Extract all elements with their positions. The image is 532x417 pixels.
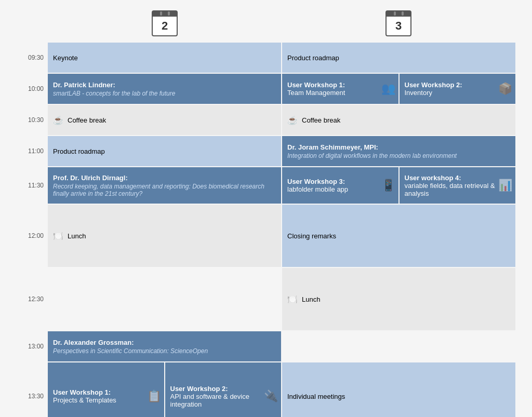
time-1300: 13:00 [17, 331, 48, 361]
lunch2-icon: 🍽️ [287, 294, 298, 304]
day2-calendar-icon: 3 [385, 10, 411, 36]
keynote-cell: Keynote [48, 43, 281, 73]
day1-number: 2 [162, 17, 168, 35]
row-1300: 13:00 Dr. Alexander Grossman: Perspectiv… [17, 331, 515, 361]
calendar-top-1 [153, 11, 177, 17]
coffee1-cell: ☕ Coffee break [48, 105, 281, 135]
workshop3-mobile-cell: User Workshop 3: labfolder mobile app 📱 [282, 167, 398, 204]
row-0930: 09:30 Keynote Product roadmap [17, 43, 515, 73]
workshop2-api-cell: User Workshop 2: API and software & devi… [165, 362, 282, 417]
day1-col-1100: Product roadmap [48, 136, 281, 166]
cells-1100: Product roadmap Dr. Joram Schimmeyer, MP… [48, 136, 515, 166]
inventory-icon: 📦 [498, 82, 512, 96]
cells-1300: Dr. Alexander Grossman: Perspectives in … [48, 331, 515, 361]
workshop2-inventory-cell: User Workshop 2: Inventory 📦 [400, 74, 516, 104]
row-1230: 12:30 🍽️ Lunch [17, 268, 515, 330]
time-1130: 11:30 [17, 167, 48, 204]
lunch2-cell: 🍽️ Lunch [282, 268, 515, 330]
time-1000: 10:00 [17, 74, 48, 104]
workshop2-inventory-subtitle: Inventory [405, 89, 511, 97]
individual-meetings-text: Individual meetings [287, 393, 345, 400]
day1-col-1200: 🍽️ Lunch [48, 205, 281, 267]
cells-1000: Dr. Patrick Lindner: smartLAB - concepts… [48, 74, 515, 104]
lunch1-cell: 🍽️ Lunch [48, 205, 281, 267]
schedule-rows: 09:30 Keynote Product roadmap [17, 43, 515, 417]
alexander-subtitle: Perspectives in Scientific Communication… [53, 347, 276, 355]
workshop2-api-subtitle: API and software & device integration [170, 393, 276, 408]
header-row: 2 3 [17, 10, 515, 41]
lunch2-row: 🍽️ Lunch [287, 294, 320, 304]
workshop3-mobile-subtitle: labfolder mobile app [287, 185, 393, 193]
day2-col-1330: Individual meetings [282, 362, 515, 417]
day1-col-1030: ☕ Coffee break [48, 105, 281, 135]
day2-col-1300 [282, 331, 515, 361]
workshop1-team-content: User Workshop 1: Team Management [287, 81, 393, 97]
ulrich-cell: Prof. Dr. Ulrich Dirnagl: Record keeping… [48, 167, 281, 204]
patrick-title: Dr. Patrick Lindner: [53, 81, 276, 89]
day2-col-1130: User Workshop 3: labfolder mobile app 📱 … [282, 167, 515, 204]
patrick-content: Dr. Patrick Lindner: smartLAB - concepts… [53, 81, 276, 97]
workshop1-projects-content: User Workshop 1: Projects & Templates [53, 388, 159, 404]
lunch2-text: Lunch [302, 295, 320, 303]
closing-remarks-cell: Closing remarks [282, 205, 515, 267]
schedule-container: 2 3 09:30 [17, 10, 515, 417]
ulrich-title: Prof. Dr. Ulrich Dirnagl: [53, 174, 276, 182]
calendar-top-2 [387, 11, 410, 17]
day1-col-1130: Prof. Dr. Ulrich Dirnagl: Record keeping… [48, 167, 281, 204]
workshop2-api-content: User Workshop 2: API and software & devi… [170, 385, 276, 408]
day2-col-1030: ☕ Coffee break [282, 105, 515, 135]
cells-1030: ☕ Coffee break ☕ Coffee break [48, 105, 515, 135]
cells-1130: Prof. Dr. Ulrich Dirnagl: Record keeping… [48, 167, 515, 204]
workshop1-projects-cell: User Workshop 1: Projects & Templates 📋 [48, 362, 164, 417]
workshop2-api-title: User Workshop 2: [170, 385, 276, 393]
individual-meetings-cell: Individual meetings [282, 362, 515, 417]
workshop2-inventory-title: User Workshop 2: [405, 81, 511, 89]
lunch1-icon: 🍽️ [53, 231, 63, 241]
workshop2-inventory-content: User Workshop 2: Inventory [405, 81, 511, 97]
coffee2-cell: ☕ Coffee break [282, 105, 515, 135]
row-1200: 12:00 🍽️ Lunch Closing remarks [17, 205, 515, 267]
day1-col-1000: Dr. Patrick Lindner: smartLAB - concepts… [48, 74, 281, 104]
day2-col-1200: Closing remarks [282, 205, 515, 267]
time-1200: 12:00 [17, 205, 48, 267]
coffee1-row: ☕ Coffee break [53, 115, 106, 125]
day2-number: 3 [395, 17, 402, 35]
cells-1200: 🍽️ Lunch Closing remarks [48, 205, 515, 267]
cells-0930: Keynote Product roadmap [48, 43, 515, 73]
joram-content: Dr. Joram Schimmeyer, MPI: Integration o… [287, 143, 510, 159]
workshop1-team-cell: User Workshop 1: Team Management 👥 [282, 74, 398, 104]
row-1330: 13:30 User Workshop 1: Projects & Templa… [17, 362, 515, 417]
ring2 [168, 11, 170, 16]
joram-title: Dr. Joram Schimmeyer, MPI: [287, 143, 510, 151]
lunch1-row: 🍽️ Lunch [53, 231, 86, 241]
row-1000: 10:00 Dr. Patrick Lindner: smartLAB - co… [17, 74, 515, 104]
ulrich-content: Prof. Dr. Ulrich Dirnagl: Record keeping… [53, 174, 276, 197]
product-roadmap-2-text: Product roadmap [53, 147, 105, 155]
coffee2-row: ☕ Coffee break [287, 115, 340, 125]
cells-1230: 🍽️ Lunch [48, 268, 515, 330]
alexander-cell: Dr. Alexander Grossman: Perspectives in … [48, 331, 281, 361]
day1-col-1230 [48, 268, 281, 330]
api-icon: 🔌 [264, 389, 278, 403]
lunch1-text: Lunch [68, 232, 86, 240]
mobile-icon: 📱 [381, 179, 395, 192]
workshop1-team-title: User Workshop 1: [287, 81, 393, 89]
day1-col-1300: Dr. Alexander Grossman: Perspectives in … [48, 331, 281, 361]
cells-1330: User Workshop 1: Projects & Templates 📋 … [48, 362, 515, 417]
workshop4-analysis-subtitle: variable fields, data retrieval & analys… [405, 182, 511, 197]
coffee2-icon: ☕ [287, 115, 298, 125]
time-1330: 13:30 [17, 362, 48, 417]
time-col-header [17, 10, 48, 41]
row-1030: 10:30 ☕ Coffee break ☕ Coffee break [17, 105, 515, 135]
time-1030: 10:30 [17, 105, 48, 135]
workshop1-team-subtitle: Team Management [287, 89, 393, 97]
keynote-text: Keynote [53, 54, 276, 62]
day1-col-0930: Keynote [48, 43, 281, 73]
day2-col-1100: Dr. Joram Schimmeyer, MPI: Integration o… [282, 136, 515, 166]
alexander-content: Dr. Alexander Grossman: Perspectives in … [53, 339, 276, 355]
analysis-icon: 📊 [498, 179, 512, 192]
coffee1-icon: ☕ [53, 115, 63, 125]
day2-header: 3 [282, 10, 515, 41]
patrick-subtitle: smartLAB - concepts for the lab of the f… [53, 90, 276, 97]
patrick-cell: Dr. Patrick Lindner: smartLAB - concepts… [48, 74, 281, 104]
